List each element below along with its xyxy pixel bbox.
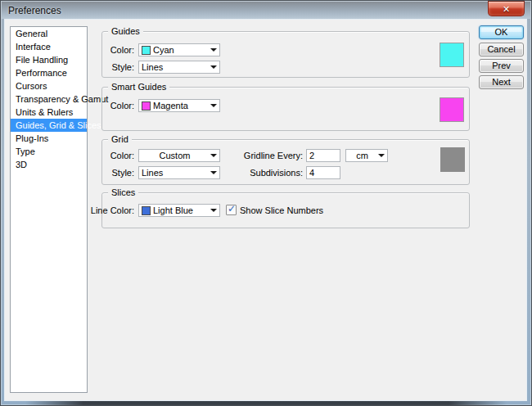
sidebar-item-file-handling[interactable]: File Handling bbox=[11, 53, 87, 66]
close-button[interactable]: ✕ bbox=[488, 1, 525, 16]
cancel-button[interactable]: Cancel bbox=[479, 43, 524, 56]
subdivisions-label: Subdivisions: bbox=[224, 166, 303, 179]
magenta-swatch-icon bbox=[142, 102, 151, 111]
show-slice-numbers-checkbox[interactable]: ✓ bbox=[226, 205, 237, 215]
guides-color-dropdown[interactable]: Cyan bbox=[138, 43, 220, 56]
gridline-every-label: Gridline Every: bbox=[224, 149, 303, 162]
cyan-swatch-icon bbox=[142, 46, 151, 55]
light-blue-swatch-icon bbox=[142, 206, 151, 215]
gridline-unit-dropdown[interactable]: cm bbox=[345, 149, 388, 162]
sidebar-item-general[interactable]: General bbox=[11, 27, 87, 40]
sidebar-item-performance[interactable]: Performance bbox=[11, 66, 87, 79]
sidebar-item-interface[interactable]: Interface bbox=[11, 40, 87, 53]
grid-style-dropdown[interactable]: Lines bbox=[138, 166, 220, 179]
sidebar-item-3d[interactable]: 3D bbox=[11, 158, 87, 171]
sidebar-item-cursors[interactable]: Cursors bbox=[11, 79, 87, 92]
dialog-body: General Interface File Handling Performa… bbox=[4, 19, 527, 401]
grid-style-label: Style: bbox=[83, 166, 134, 179]
chevron-down-icon bbox=[210, 48, 217, 52]
guides-group-title: Guides bbox=[108, 25, 143, 37]
sidebar-item-transparency-gamut[interactable]: Transparency & Gamut bbox=[11, 92, 87, 106]
chevron-down-icon bbox=[378, 154, 385, 157]
ok-button[interactable]: OK bbox=[479, 25, 524, 39]
gridline-every-input[interactable] bbox=[306, 149, 340, 162]
chevron-down-icon bbox=[210, 209, 217, 212]
line-color-label: Line Color: bbox=[83, 204, 134, 217]
close-icon: ✕ bbox=[503, 4, 510, 14]
grid-group-title: Grid bbox=[108, 133, 132, 145]
chevron-down-icon bbox=[210, 65, 217, 69]
sidebar-item-plug-ins[interactable]: Plug-Ins bbox=[11, 132, 87, 145]
smart-guides-color-preview bbox=[440, 97, 464, 122]
window-bottom-shadow bbox=[25, 401, 507, 405]
category-list: General Interface File Handling Performa… bbox=[10, 26, 88, 393]
smart-guides-color-dropdown[interactable]: Magenta bbox=[138, 99, 220, 112]
smart-guides-color-label: Color: bbox=[83, 99, 134, 112]
guides-style-label: Style: bbox=[83, 61, 134, 74]
grid-color-preview bbox=[440, 147, 465, 172]
smart-guides-group-title: Smart Guides bbox=[108, 81, 169, 92]
line-color-dropdown[interactable]: Light Blue bbox=[138, 204, 220, 217]
window-title: Preferences bbox=[8, 5, 61, 16]
slices-group-title: Slices bbox=[108, 187, 138, 198]
guides-style-dropdown[interactable]: Lines bbox=[138, 61, 220, 74]
sidebar-item-type[interactable]: Type bbox=[11, 145, 87, 158]
sidebar-item-guides-grid-slices[interactable]: Guides, Grid & Slices bbox=[11, 119, 87, 132]
show-slice-numbers-label: Show Slice Numbers bbox=[240, 205, 323, 217]
sidebar-item-units-rulers[interactable]: Units & Rulers bbox=[11, 106, 87, 119]
prev-button[interactable]: Prev bbox=[479, 59, 524, 73]
chevron-down-icon bbox=[210, 104, 217, 107]
checkmark-icon: ✓ bbox=[228, 203, 236, 214]
next-button[interactable]: Next bbox=[479, 75, 524, 89]
grid-color-label: Color: bbox=[83, 149, 134, 162]
chevron-down-icon bbox=[210, 171, 217, 174]
chevron-down-icon bbox=[210, 154, 217, 157]
preferences-dialog: Preferences ✕ General Interface File Han… bbox=[0, 0, 532, 406]
guides-color-preview bbox=[440, 43, 464, 67]
guides-color-label: Color: bbox=[83, 43, 134, 56]
subdivisions-input[interactable] bbox=[306, 166, 340, 179]
grid-color-dropdown[interactable]: Custom bbox=[138, 149, 220, 162]
title-bar[interactable]: Preferences bbox=[2, 2, 530, 19]
